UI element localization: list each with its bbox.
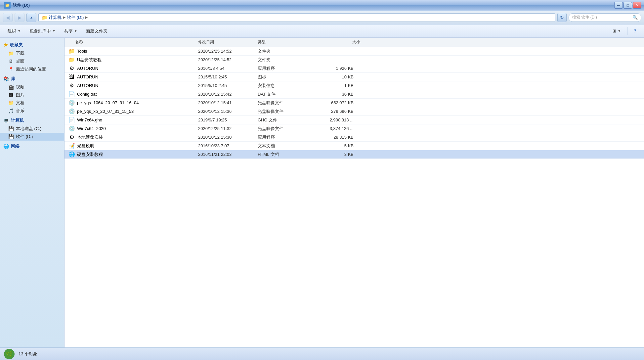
refresh-button[interactable]: ↻ [557, 13, 567, 22]
share-button[interactable]: 共享 ▼ [61, 26, 81, 36]
sidebar-item-video[interactable]: 🎬 视频 [0, 83, 64, 91]
library-header[interactable]: 📚 库 [0, 74, 64, 83]
sidebar-d-drive-label: 软件 (D:) [16, 134, 33, 140]
network-header[interactable]: 🌐 网络 [0, 142, 64, 151]
status-icon: 🌿 [4, 349, 15, 359]
music-icon: 🎵 [8, 108, 14, 113]
new-folder-button[interactable]: 新建文件夹 [82, 26, 111, 36]
close-button[interactable]: ✕ [633, 2, 641, 9]
table-row[interactable]: 🌐 硬盘安装教程 2016/11/21 22:03 HTML 文档 3 KB [64, 150, 644, 159]
table-row[interactable]: 💿 pe_yqs_1064_20_07_31_16_04 2020/10/12 … [64, 99, 644, 107]
table-row[interactable]: 📁 Tools 2020/12/25 14:52 文件夹 [64, 47, 644, 56]
col-size-header[interactable]: 大小 [317, 39, 360, 45]
table-row[interactable]: 💿 Win7x64_2020 2020/12/25 11:32 光盘映像文件 3… [64, 124, 644, 133]
c-drive-icon: 💾 [8, 126, 14, 131]
file-type-icon: 🖼 [68, 74, 75, 80]
path-drive[interactable]: 软件 (D:) [67, 15, 84, 21]
favorites-header[interactable]: ★ 收藏夹 [0, 40, 64, 49]
sidebar-music-label: 音乐 [16, 108, 24, 114]
file-size: 3,874,126 ... [317, 126, 360, 131]
address-path[interactable]: 📁 计算机 ▶ 软件 (D:) ▶ [38, 13, 555, 22]
favorites-icon: ★ [3, 42, 8, 48]
help-button[interactable]: ? [630, 27, 640, 35]
table-row[interactable]: 📄 Win7x64.gho 2019/9/7 19:25 GHO 文件 2,90… [64, 116, 644, 124]
file-type-label: GHO 文件 [258, 117, 317, 123]
table-row[interactable]: 🖼 AUTORUN 2015/5/10 2:45 图标 10 KB [64, 73, 644, 81]
recent-icon: 📍 [8, 67, 14, 72]
sidebar-item-d-drive[interactable]: 💾 软件 (D:) [0, 133, 64, 141]
file-date: 2020/12/25 14:52 [198, 49, 258, 54]
file-date: 2020/10/12 15:36 [198, 109, 258, 114]
file-list: 📁 Tools 2020/12/25 14:52 文件夹 📁 U盘安装教程 20… [64, 47, 644, 159]
organize-button[interactable]: 组织 ▼ [4, 26, 24, 36]
sidebar-item-desktop[interactable]: 🖥 桌面 [0, 57, 64, 65]
col-date-header[interactable]: 修改日期 [198, 39, 258, 45]
computer-label: 计算机 [11, 117, 24, 123]
address-bar: ◀ ▶ ▲ 📁 计算机 ▶ 软件 (D:) ▶ ↻ 搜索 软件 (D:) 🔍 [0, 11, 644, 24]
sidebar: ★ 收藏夹 📁 下载 🖥 桌面 📍 最近访问的位置 📚 库 [0, 38, 64, 347]
file-size: 10 KB [317, 74, 360, 79]
table-row[interactable]: 📝 光盘说明 2016/10/23 7:07 文本文档 5 KB [64, 142, 644, 150]
file-date: 2016/10/23 7:07 [198, 143, 258, 148]
table-row[interactable]: ⚙ AUTORUN 2016/1/8 4:54 应用程序 1,926 KB [64, 64, 644, 73]
new-folder-label: 新建文件夹 [86, 28, 107, 34]
table-row[interactable]: 📄 Config.dat 2020/10/12 15:42 DAT 文件 36 … [64, 90, 644, 99]
forward-button[interactable]: ▶ [15, 13, 24, 22]
file-name: 本地硬盘安装 [77, 134, 103, 140]
sidebar-item-c-drive[interactable]: 💾 本地磁盘 (C:) [0, 125, 64, 133]
path-folder-icon: 📁 [41, 15, 47, 20]
path-computer[interactable]: 计算机 [49, 15, 62, 21]
library-label: 包含到库中 [29, 28, 51, 34]
sidebar-item-document[interactable]: 📁 文档 [0, 99, 64, 107]
col-type-header[interactable]: 类型 [258, 39, 317, 45]
picture-icon: 🖼 [8, 92, 14, 98]
sidebar-recent-label: 最近访问的位置 [16, 66, 46, 72]
file-type-label: 光盘映像文件 [258, 100, 317, 106]
col-name-header[interactable]: 名称 [66, 39, 198, 45]
file-name: pe_yqs_xp_20_07_31_15_53 [77, 109, 134, 114]
up-button[interactable]: ▲ [26, 13, 36, 22]
file-name-cell: 📁 U盘安装教程 [66, 57, 198, 63]
desktop-icon: 🖥 [8, 59, 14, 64]
maximize-button[interactable]: □ [623, 2, 632, 9]
file-type-label: 光盘映像文件 [258, 109, 317, 114]
search-box[interactable]: 搜索 软件 (D:) 🔍 [569, 13, 641, 22]
file-name-cell: 🌐 硬盘安装教程 [66, 151, 198, 158]
sidebar-item-download[interactable]: 📁 下载 [0, 49, 64, 57]
computer-header[interactable]: 💻 计算机 [0, 116, 64, 125]
view-options-arrow: ▼ [618, 29, 621, 33]
file-size: 2,900,813 ... [317, 117, 360, 122]
status-object-count: 13 个对象 [19, 351, 37, 357]
sidebar-item-music[interactable]: 🎵 音乐 [0, 107, 64, 115]
file-type-label: 应用程序 [258, 66, 317, 71]
file-name: U盘安装教程 [77, 57, 102, 63]
table-row[interactable]: ⚙ AUTORUN 2015/5/10 2:45 安装信息 1 KB [64, 81, 644, 90]
library-button[interactable]: 包含到库中 ▼ [26, 26, 59, 36]
file-type-label: 文本文档 [258, 143, 317, 149]
file-date: 2019/9/7 19:25 [198, 117, 258, 122]
organize-label: 组织 [8, 28, 16, 34]
help-icon: ? [634, 28, 636, 33]
table-row[interactable]: 📁 U盘安装教程 2020/12/25 14:52 文件夹 [64, 56, 644, 64]
sidebar-picture-label: 图片 [16, 92, 24, 98]
sidebar-download-label: 下载 [16, 50, 24, 56]
file-type-label: 图标 [258, 74, 317, 80]
file-type-label: DAT 文件 [258, 91, 317, 97]
table-row[interactable]: 💿 pe_yqs_xp_20_07_31_15_53 2020/10/12 15… [64, 107, 644, 116]
table-row[interactable]: ⚙ 本地硬盘安装 2020/10/12 15:30 应用程序 28,315 KB [64, 133, 644, 142]
file-type-icon: 💿 [68, 125, 75, 132]
sidebar-item-recent[interactable]: 📍 最近访问的位置 [0, 65, 64, 73]
sidebar-item-picture[interactable]: 🖼 图片 [0, 91, 64, 99]
file-name: AUTORUN [77, 83, 98, 88]
file-date: 2020/10/12 15:41 [198, 100, 258, 105]
back-button[interactable]: ◀ [3, 13, 13, 22]
minimize-button[interactable]: ─ [614, 2, 623, 9]
status-bar: 🌿 13 个对象 [0, 347, 644, 360]
view-options-button[interactable]: ⊞ ▼ [609, 27, 624, 35]
document-icon: 📁 [8, 100, 14, 106]
d-drive-icon: 💾 [8, 134, 14, 139]
view-options-icon: ⊞ [613, 28, 616, 33]
share-label: 共享 [64, 28, 73, 34]
file-type-icon: 📄 [68, 91, 75, 98]
video-icon: 🎬 [8, 84, 14, 90]
